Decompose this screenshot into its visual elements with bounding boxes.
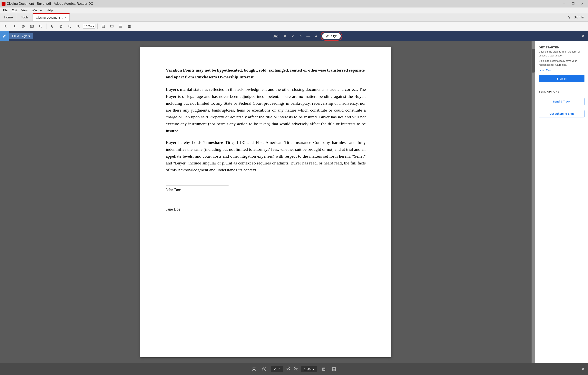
zoom-control[interactable]: 156% ▾: [83, 24, 95, 29]
learn-more-link[interactable]: Learn More: [539, 69, 552, 72]
main-area: Vacation Points may not be hypothecated,…: [0, 41, 588, 363]
send-track-button[interactable]: Send & Track: [539, 98, 585, 105]
right-panel: GET STARTED Click on the page to fill in…: [535, 41, 588, 363]
tab-bar: Home Tools Closing Document ... × ? Sign…: [0, 13, 588, 21]
sign-label: Sign: [331, 34, 337, 38]
sign-in-button[interactable]: Sign In: [539, 75, 585, 82]
status-tool2-btn[interactable]: [330, 365, 337, 373]
menu-view[interactable]: View: [19, 8, 29, 13]
menu-help[interactable]: Help: [45, 8, 55, 13]
svg-rect-4: [22, 25, 24, 26]
pdf-page: Vacation Points may not be hypothecated,…: [140, 47, 391, 357]
close-fill-sign-btn[interactable]: ✕: [581, 33, 585, 39]
tab-tools[interactable]: Tools: [17, 13, 33, 21]
minimize-button[interactable]: ─: [560, 0, 568, 8]
line-tool[interactable]: —: [306, 34, 310, 38]
pdf-para1: Buyer's marital status as reflected in t…: [166, 86, 366, 134]
search-btn[interactable]: [37, 22, 44, 30]
scroll-btn[interactable]: [117, 22, 124, 30]
print-btn[interactable]: [20, 22, 27, 30]
svg-rect-23: [128, 25, 129, 26]
menu-edit[interactable]: Edit: [10, 8, 19, 13]
tools-extra-btn[interactable]: [126, 22, 133, 30]
fit-page-btn[interactable]: [100, 22, 107, 30]
zoom-dropdown-icon: ▾: [93, 24, 94, 28]
title-bar: A Closing Document - Buyer.pdf - Adobe A…: [0, 0, 588, 8]
close-button[interactable]: ✕: [578, 0, 587, 8]
status-close-btn[interactable]: ✕: [581, 366, 585, 372]
zoom-out-btn[interactable]: [66, 22, 73, 30]
cursor-btn[interactable]: [48, 22, 56, 30]
fill-sign-bar: Fill & Sign ▾ Ab ✕ ✓ ○ — ● Sign ✕: [0, 31, 588, 41]
pdf-para2-prefix: Buyer hereby holds: [166, 140, 203, 145]
status-zoom-control[interactable]: 134% ▾: [301, 366, 317, 372]
menu-window[interactable]: Window: [30, 8, 44, 13]
svg-rect-44: [332, 369, 334, 371]
window-title: Closing Document - Buyer.pdf - Adobe Acr…: [7, 2, 559, 6]
pdf-para2-company: Timeshare Title, LLC: [203, 140, 245, 145]
status-tool1-btn[interactable]: [320, 365, 327, 373]
pdf-viewer[interactable]: Vacation Points may not be hypothecated,…: [0, 41, 535, 363]
page-separator: /: [277, 367, 277, 371]
pdf-scrollbar-thumb[interactable]: [532, 49, 535, 73]
signature-line-2: [166, 205, 229, 205]
svg-line-33: [289, 370, 290, 371]
page-total: 2: [278, 367, 280, 371]
tab-document-close[interactable]: ×: [65, 16, 66, 19]
zoom-minus-btn[interactable]: [286, 366, 291, 372]
svg-marker-28: [253, 368, 255, 370]
restore-button[interactable]: ❐: [569, 0, 578, 8]
separator-2: [97, 23, 98, 29]
sign-pen-icon: [325, 34, 329, 38]
svg-marker-30: [263, 369, 265, 370]
svg-line-16: [78, 27, 79, 28]
svg-marker-2: [14, 25, 16, 27]
page-down-btn[interactable]: [261, 365, 268, 373]
tab-home[interactable]: Home: [0, 13, 17, 21]
sign-tool[interactable]: Sign: [322, 33, 341, 39]
fill-sign-label[interactable]: Fill & Sign ▾: [10, 33, 33, 39]
menu-file[interactable]: File: [1, 8, 10, 13]
svg-rect-1: [13, 27, 16, 27]
tab-document[interactable]: Closing Document ... ×: [33, 13, 70, 21]
upload-btn[interactable]: [11, 22, 18, 30]
pdf-heading: Vacation Points may not be hypothecated,…: [166, 67, 366, 80]
status-zoom-dropdown-icon: ▾: [313, 367, 314, 371]
zoom-plus-btn[interactable]: [294, 366, 298, 372]
dot-tool[interactable]: ●: [315, 34, 317, 38]
svg-line-37: [297, 370, 298, 371]
tab-right-area: ? Sign In: [70, 13, 588, 21]
oval-tool[interactable]: ○: [299, 34, 302, 38]
svg-marker-0: [5, 25, 7, 28]
panel-divider: [539, 86, 585, 86]
svg-marker-9: [51, 25, 53, 28]
send-options-title: SEND OPTIONS: [539, 90, 585, 93]
help-icon[interactable]: ?: [568, 15, 571, 20]
svg-rect-25: [128, 26, 129, 28]
pdf-scrollbar[interactable]: [532, 41, 535, 363]
status-bar: 2 / 2 134% ▾ ✕: [0, 363, 588, 375]
cross-tool[interactable]: ✕: [283, 34, 286, 38]
get-started-desc2: Sign in to automatically save your respo…: [539, 59, 585, 67]
check-tool[interactable]: ✓: [291, 34, 294, 38]
text-tool[interactable]: Ab: [273, 33, 279, 39]
signature-name-2: Jane Doe: [166, 206, 366, 212]
fill-sign-accent: [0, 31, 9, 41]
page-info: 2 / 2: [271, 366, 283, 372]
hand-btn[interactable]: [57, 22, 64, 30]
page-up-btn[interactable]: [251, 365, 258, 373]
select-tool-btn[interactable]: [2, 22, 10, 30]
pdf-para2: Buyer hereby holds Timeshare Title, LLC …: [166, 139, 366, 174]
get-started-desc1: Click on the page to fill in the form or…: [539, 50, 585, 57]
tab-signin[interactable]: Sign In: [574, 15, 584, 19]
svg-rect-43: [334, 367, 336, 369]
svg-rect-45: [334, 369, 336, 371]
svg-rect-42: [332, 367, 334, 369]
get-others-sign-button[interactable]: Get Others to Sign: [539, 110, 585, 117]
fit-width-btn[interactable]: [108, 22, 116, 30]
get-started-title: GET STARTED: [539, 46, 585, 49]
separator-1: [46, 23, 46, 29]
zoom-in-btn[interactable]: [74, 22, 82, 30]
toolbar: 156% ▾: [0, 21, 588, 31]
email-btn[interactable]: [28, 22, 36, 30]
